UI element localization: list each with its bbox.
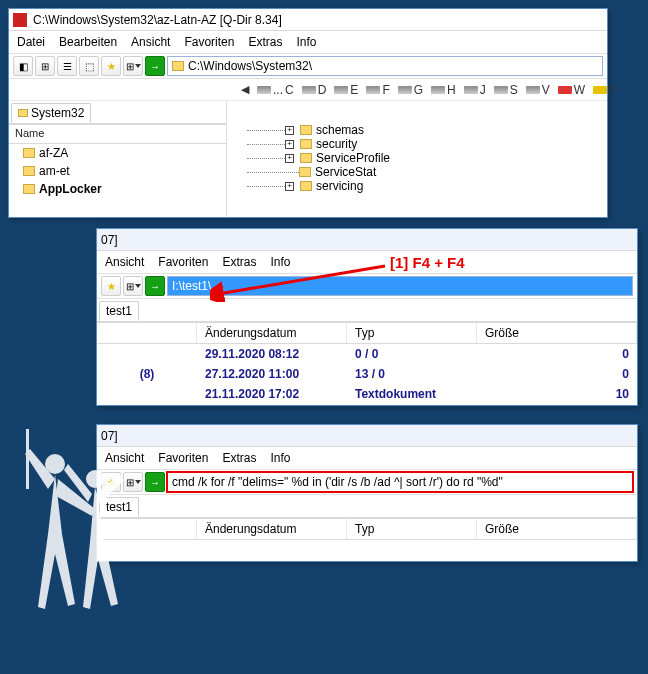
go-button[interactable]: → [145,56,165,76]
tree-servicing[interactable]: +servicing [227,179,607,193]
tree-serviceprofile[interactable]: +ServiceProfile [227,151,607,165]
folder-afza[interactable]: af-ZA [9,144,226,162]
menu-favoriten[interactable]: Favoriten [184,35,234,49]
menu-favoriten[interactable]: Favoriten [158,451,208,465]
menu-ansicht[interactable]: Ansicht [105,255,144,269]
svg-point-1 [45,454,65,474]
drive-d[interactable]: D [302,83,327,97]
title-fragment: 07] [101,233,118,247]
th-date[interactable]: Änderungsdatum [197,519,347,539]
th-name[interactable] [97,519,197,539]
th-name[interactable] [97,323,197,343]
left-tab[interactable]: System32 [11,103,91,123]
titlebar[interactable]: C:\Windows\System32\az-Latn-AZ [Q-Dir 8.… [9,9,607,31]
qdir-pane-bottom: 07] Ansicht Favoriten Extras Info ★ ⊞ → … [96,424,638,562]
drive-y[interactable]: Y [593,83,617,97]
toolbar-bottom: ★ ⊞ → cmd /k for /f "delims=" %d in ('di… [97,469,637,495]
drive-e[interactable]: E [334,83,358,97]
th-type[interactable]: Typ [347,519,477,539]
address-text: C:\Windows\System32\ [188,59,312,73]
address-bar-cmd[interactable]: cmd /k for /f "delims=" %d in ('dir /s /… [167,472,633,492]
go-button[interactable]: → [145,276,165,296]
drive-w[interactable]: W [558,83,585,97]
address-bar-mid[interactable]: I:\test1\ [167,276,633,296]
menu-info[interactable]: Info [270,451,290,465]
menu-info[interactable]: Info [296,35,316,49]
menu-favoriten[interactable]: Favoriten [158,255,208,269]
tree-schemas[interactable]: +schemas [227,123,607,137]
th-size[interactable]: Größe [477,519,637,539]
th-size[interactable]: Größe [477,323,637,343]
toolbar-button[interactable]: ◧ [13,56,33,76]
qdir-main-window: C:\Windows\System32\az-Latn-AZ [Q-Dir 8.… [8,8,608,218]
table-header: Änderungsdatum Typ Größe [97,322,637,344]
folder-icon [172,61,184,71]
menu-ansicht[interactable]: Ansicht [105,451,144,465]
menubar: Datei Bearbeiten Ansicht Favoriten Extra… [9,31,607,53]
toolbar: ◧ ⊞ ☰ ⬚ ★ ⊞ → C:\Windows\System32\ [9,53,607,79]
app-icon [13,13,27,27]
address-text: cmd /k for /f "delims=" %d in ('dir /s /… [172,475,503,489]
view-dropdown[interactable]: ⊞ [123,472,143,492]
tree-servicestat[interactable]: ServiceStat [227,165,607,179]
titlebar-mid[interactable]: 07] [97,229,637,251]
drive-bar: ◀ ...C D E F G H J S V W Y [9,79,607,101]
toolbar-mid: ★ ⊞ → I:\test1\ [97,273,637,299]
tab-test1[interactable]: test1 [99,497,139,517]
folder-applocker[interactable]: AppLocker [9,180,226,198]
toolbar-star-icon[interactable]: ★ [101,56,121,76]
menu-bearbeiten[interactable]: Bearbeiten [59,35,117,49]
go-button[interactable]: → [145,472,165,492]
table-row[interactable]: 29.11.2020 08:12 0 / 0 0 [97,344,637,364]
title-fragment: 07] [101,429,118,443]
th-date[interactable]: Änderungsdatum [197,323,347,343]
drive-s[interactable]: S [494,83,518,97]
toolbar-button[interactable]: ⬚ [79,56,99,76]
tree-security[interactable]: +security [227,137,607,151]
star-icon[interactable]: ★ [101,276,121,296]
view-dropdown[interactable]: ⊞ [123,276,143,296]
toolbar-button[interactable]: ☰ [57,56,77,76]
menu-ansicht[interactable]: Ansicht [131,35,170,49]
nav-up[interactable]: ◀ [241,83,249,96]
table-header-bottom: Änderungsdatum Typ Größe [97,518,637,540]
menubar-bottom: Ansicht Favoriten Extras Info [97,447,637,469]
drive-g[interactable]: G [398,83,423,97]
toolbar-button[interactable]: ⊞ [35,56,55,76]
star-icon[interactable]: ★ [101,472,121,492]
window-title: C:\Windows\System32\az-Latn-AZ [Q-Dir 8.… [33,13,282,27]
menu-extras[interactable]: Extras [222,255,256,269]
folder-amet[interactable]: am-et [9,162,226,180]
drive-v[interactable]: V [526,83,550,97]
drive-h[interactable]: H [431,83,456,97]
svg-rect-3 [26,429,29,489]
th-type[interactable]: Typ [347,323,477,343]
menu-extras[interactable]: Extras [248,35,282,49]
drive-c[interactable]: ...C [257,83,294,97]
menubar-mid: Ansicht Favoriten Extras Info [97,251,637,273]
address-text: I:\test1\ [172,279,211,293]
address-bar[interactable]: C:\Windows\System32\ [167,56,603,76]
tab-test1[interactable]: test1 [99,301,139,321]
table-row[interactable]: 21.11.2020 17:02 Textdokument 10 [97,384,637,404]
view-dropdown[interactable]: ⊞ [123,56,143,76]
qdir-pane-mid: 07] Ansicht Favoriten Extras Info ★ ⊞ → … [96,228,638,406]
left-pane: System32 Name af-ZA am-et AppLocker [9,101,227,217]
right-pane: +schemas +security +ServiceProfile Servi… [227,101,607,217]
titlebar-bottom[interactable]: 07] [97,425,637,447]
menu-extras[interactable]: Extras [222,451,256,465]
drive-j[interactable]: J [464,83,486,97]
column-header-name[interactable]: Name [9,124,226,144]
drive-f[interactable]: F [366,83,389,97]
menu-info[interactable]: Info [270,255,290,269]
menu-datei[interactable]: Datei [17,35,45,49]
table-row[interactable]: (8) 27.12.2020 11:00 13 / 0 0 [97,364,637,384]
